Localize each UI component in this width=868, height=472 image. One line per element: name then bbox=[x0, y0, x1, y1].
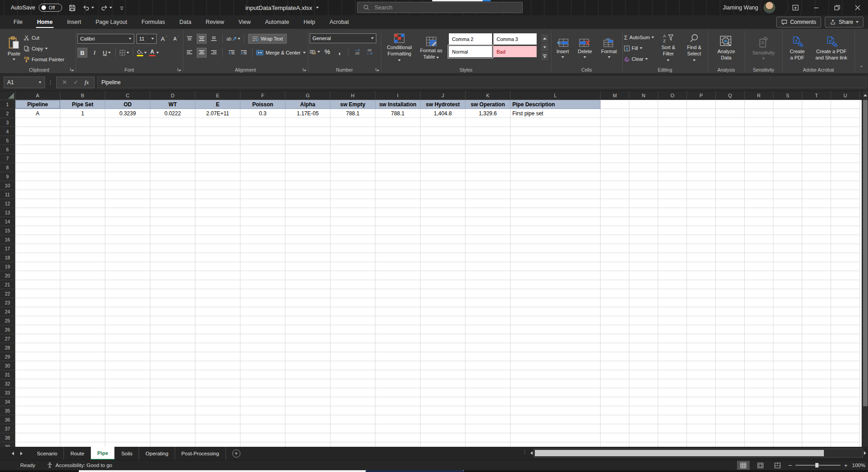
cell-U19[interactable] bbox=[831, 262, 860, 271]
insert-function-button[interactable]: fx bbox=[85, 79, 89, 86]
cell-J14[interactable] bbox=[420, 217, 466, 226]
cell-K35[interactable] bbox=[466, 406, 511, 415]
cell-F22[interactable] bbox=[240, 289, 285, 298]
cell-L39[interactable] bbox=[511, 442, 601, 447]
cell-G4[interactable] bbox=[285, 127, 330, 136]
column-header-D[interactable]: D bbox=[150, 91, 195, 100]
cell-A10[interactable] bbox=[15, 181, 60, 190]
cell-O28[interactable] bbox=[658, 343, 687, 352]
cell-G23[interactable] bbox=[285, 298, 330, 307]
shrink-font-button[interactable]: Aˇ bbox=[171, 34, 181, 44]
cell-G26[interactable] bbox=[285, 325, 330, 334]
cell-K31[interactable] bbox=[466, 370, 511, 379]
cell-C9[interactable] bbox=[105, 172, 150, 181]
row-header-8[interactable]: 8 bbox=[0, 163, 15, 172]
cell-D12[interactable] bbox=[150, 199, 195, 208]
cell-O2[interactable] bbox=[658, 109, 687, 118]
cell-O35[interactable] bbox=[658, 406, 687, 415]
cell-Q9[interactable] bbox=[716, 172, 745, 181]
cell-Q36[interactable] bbox=[716, 415, 745, 424]
row-header-13[interactable]: 13 bbox=[0, 208, 15, 217]
tab-scroll-splitter[interactable]: ⋮ bbox=[522, 449, 527, 455]
cell-Q27[interactable] bbox=[716, 334, 745, 343]
cell-H34[interactable] bbox=[330, 397, 375, 406]
cell-P7[interactable] bbox=[687, 154, 716, 163]
cell-B21[interactable] bbox=[60, 280, 105, 289]
cell-C30[interactable] bbox=[105, 361, 150, 370]
cell-C18[interactable] bbox=[105, 253, 150, 262]
decrease-decimal-button[interactable]: .00→.0 bbox=[364, 47, 374, 57]
cell-S25[interactable] bbox=[773, 316, 802, 325]
cell-D25[interactable] bbox=[150, 316, 195, 325]
cell-K12[interactable] bbox=[466, 199, 511, 208]
cell-L11[interactable] bbox=[511, 190, 601, 199]
name-box[interactable]: A1 bbox=[4, 77, 45, 88]
cell-C36[interactable] bbox=[105, 415, 150, 424]
cell-J32[interactable] bbox=[420, 379, 466, 388]
cell-T39[interactable] bbox=[802, 442, 831, 447]
document-title[interactable]: inputDataTemplateA.xlsx bbox=[245, 0, 319, 15]
cell-D15[interactable] bbox=[150, 226, 195, 235]
cell-E36[interactable] bbox=[195, 415, 240, 424]
cell-O3[interactable] bbox=[658, 118, 687, 127]
cell-N8[interactable] bbox=[629, 163, 658, 172]
cell-D28[interactable] bbox=[150, 343, 195, 352]
cell-N39[interactable] bbox=[629, 442, 658, 447]
cell-B6[interactable] bbox=[60, 145, 105, 154]
cell-G24[interactable] bbox=[285, 307, 330, 316]
cell-I12[interactable] bbox=[375, 199, 420, 208]
cell-E33[interactable] bbox=[195, 388, 240, 397]
cell-K3[interactable] bbox=[466, 118, 511, 127]
cell-C39[interactable] bbox=[105, 442, 150, 447]
cell-N24[interactable] bbox=[629, 307, 658, 316]
cell-I38[interactable] bbox=[375, 433, 420, 442]
cell-D32[interactable] bbox=[150, 379, 195, 388]
cell-B17[interactable] bbox=[60, 244, 105, 253]
cell-L20[interactable] bbox=[511, 271, 601, 280]
cell-B27[interactable] bbox=[60, 334, 105, 343]
font-name-select[interactable]: Calibri bbox=[77, 34, 134, 44]
cell-J25[interactable] bbox=[420, 316, 466, 325]
cell-G8[interactable] bbox=[285, 163, 330, 172]
cell-R35[interactable] bbox=[745, 406, 773, 415]
cell-U33[interactable] bbox=[831, 388, 860, 397]
cell-F33[interactable] bbox=[240, 388, 285, 397]
cell-S3[interactable] bbox=[773, 118, 802, 127]
search-input[interactable]: Search bbox=[357, 2, 523, 13]
paste-button[interactable]: Paste bbox=[5, 31, 23, 66]
cell-Q18[interactable] bbox=[716, 253, 745, 262]
row-header-37[interactable]: 37 bbox=[0, 424, 15, 433]
accessibility-status[interactable]: Accessibility: Good to go bbox=[47, 462, 112, 468]
cell-S6[interactable] bbox=[773, 145, 802, 154]
cell-P22[interactable] bbox=[687, 289, 716, 298]
cell-F18[interactable] bbox=[240, 253, 285, 262]
cell-T5[interactable] bbox=[802, 136, 831, 145]
cell-M35[interactable] bbox=[601, 406, 629, 415]
cell-Q17[interactable] bbox=[716, 244, 745, 253]
row-header-25[interactable]: 25 bbox=[0, 316, 15, 325]
cell-J35[interactable] bbox=[420, 406, 466, 415]
cell-M33[interactable] bbox=[601, 388, 629, 397]
cell-D18[interactable] bbox=[150, 253, 195, 262]
cell-Q13[interactable] bbox=[716, 208, 745, 217]
cell-P27[interactable] bbox=[687, 334, 716, 343]
cell-A11[interactable] bbox=[15, 190, 60, 199]
cell-B20[interactable] bbox=[60, 271, 105, 280]
cell-F23[interactable] bbox=[240, 298, 285, 307]
column-header-R[interactable]: R bbox=[745, 91, 773, 100]
cell-T38[interactable] bbox=[802, 433, 831, 442]
cell-O14[interactable] bbox=[658, 217, 687, 226]
cell-H17[interactable] bbox=[330, 244, 375, 253]
cell-B38[interactable] bbox=[60, 433, 105, 442]
cell-H15[interactable] bbox=[330, 226, 375, 235]
cell-S5[interactable] bbox=[773, 136, 802, 145]
cell-C8[interactable] bbox=[105, 163, 150, 172]
cell-E13[interactable] bbox=[195, 208, 240, 217]
cell-S23[interactable] bbox=[773, 298, 802, 307]
cell-U27[interactable] bbox=[831, 334, 860, 343]
cell-F8[interactable] bbox=[240, 163, 285, 172]
cell-R15[interactable] bbox=[745, 226, 773, 235]
cell-A7[interactable] bbox=[15, 154, 60, 163]
cell-O5[interactable] bbox=[658, 136, 687, 145]
cell-R38[interactable] bbox=[745, 433, 773, 442]
